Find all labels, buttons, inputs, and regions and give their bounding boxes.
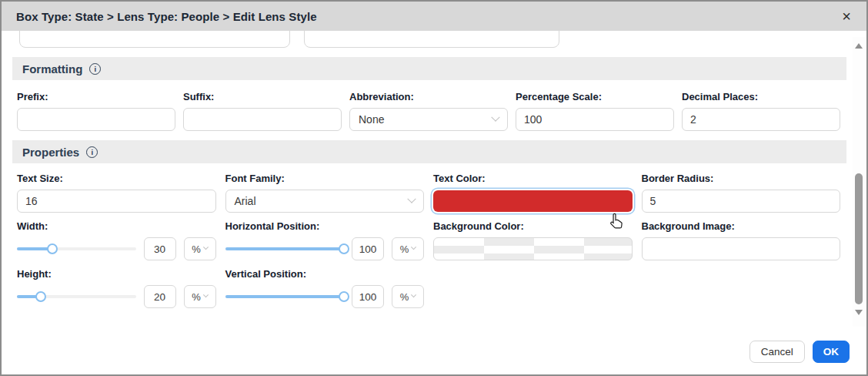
width-unit-select[interactable]: % xyxy=(184,237,216,260)
dialog-footer: Cancel OK xyxy=(749,341,850,363)
decimal-places-field: Decimal Places: xyxy=(682,91,840,131)
horizontal-position-unit-select[interactable]: % xyxy=(392,237,424,260)
height-slider-handle[interactable] xyxy=(35,291,46,302)
properties-row-3: Height: % Vertical Position: xyxy=(17,268,840,308)
width-value-input[interactable] xyxy=(144,237,176,260)
background-color-field: Background Color: xyxy=(433,220,633,260)
chevron-down-icon xyxy=(491,113,499,122)
chevron-down-icon xyxy=(407,195,416,203)
scroll-down-icon[interactable] xyxy=(855,310,863,315)
suffix-field: Suffix: xyxy=(183,91,342,131)
border-radius-input[interactable] xyxy=(642,190,841,213)
horizontal-position-slider[interactable] xyxy=(225,247,345,250)
prefix-field: Prefix: xyxy=(17,91,175,131)
width-slider[interactable] xyxy=(17,247,136,250)
properties-section-header: Properties i xyxy=(12,140,846,163)
text-size-input[interactable] xyxy=(17,190,216,213)
vertical-position-unit-select[interactable]: % xyxy=(392,285,424,308)
ok-button[interactable]: OK xyxy=(813,341,850,363)
width-field: Width: % xyxy=(17,220,216,260)
background-image-input[interactable] xyxy=(642,237,841,260)
percentage-scale-field: Percentage Scale: xyxy=(516,91,674,131)
scrollbar-thumb[interactable] xyxy=(855,173,863,304)
formatting-section-title: Formatting xyxy=(22,62,82,76)
font-family-select[interactable]: Arial xyxy=(225,190,425,213)
chevron-down-icon xyxy=(203,244,209,250)
info-icon[interactable]: i xyxy=(89,63,101,75)
clipped-input-right[interactable] xyxy=(304,31,559,48)
percentage-scale-label: Percentage Scale: xyxy=(516,91,674,102)
text-size-label: Text Size: xyxy=(17,173,216,184)
horizontal-position-slider-handle[interactable] xyxy=(339,243,349,254)
clipped-input-left[interactable] xyxy=(19,31,290,48)
vertical-position-value-input[interactable] xyxy=(352,285,384,308)
properties-row-2: Width: % Horizontal Position: xyxy=(17,220,840,260)
background-color-label: Background Color: xyxy=(433,220,633,232)
abbreviation-field: Abbreviation: None xyxy=(349,91,508,131)
formatting-section-header: Formatting i xyxy=(12,57,846,80)
dialog-titlebar: Box Type: State > Lens Type: People > Ed… xyxy=(2,2,866,31)
border-radius-field: Border Radius: xyxy=(642,173,841,213)
horizontal-position-value-input[interactable] xyxy=(352,237,384,260)
cancel-button[interactable]: Cancel xyxy=(749,341,805,363)
suffix-label: Suffix: xyxy=(183,91,342,102)
font-family-value: Arial xyxy=(235,195,256,207)
horizontal-position-unit-value: % xyxy=(400,243,409,255)
abbreviation-select[interactable]: None xyxy=(349,108,508,131)
dialog-title: Box Type: State > Lens Type: People > Ed… xyxy=(16,10,317,23)
scroll-up-icon[interactable] xyxy=(855,43,863,49)
chevron-down-icon xyxy=(203,292,209,297)
vertical-position-unit-value: % xyxy=(400,291,409,303)
percentage-scale-input[interactable] xyxy=(516,108,674,131)
text-color-swatch[interactable] xyxy=(433,190,633,212)
border-radius-label: Border Radius: xyxy=(642,173,841,184)
decimal-places-input[interactable] xyxy=(682,108,840,131)
vertical-position-slider[interactable] xyxy=(225,295,345,298)
suffix-input[interactable] xyxy=(183,108,342,131)
background-color-swatch[interactable] xyxy=(433,237,633,260)
horizontal-position-label: Horizontal Position: xyxy=(225,220,425,232)
height-field: Height: % xyxy=(17,268,216,308)
prefix-label: Prefix: xyxy=(17,91,175,102)
height-unit-select[interactable]: % xyxy=(184,285,216,308)
width-slider-handle[interactable] xyxy=(47,243,58,254)
height-value-input[interactable] xyxy=(144,285,176,308)
dialog-content: Formatting i Prefix: Suffix: Abbreviatio… xyxy=(2,31,866,374)
vertical-position-slider-handle[interactable] xyxy=(339,291,349,302)
properties-section-title: Properties xyxy=(22,146,79,159)
abbreviation-label: Abbreviation: xyxy=(349,91,508,102)
prefix-input[interactable] xyxy=(17,108,175,131)
close-icon[interactable]: × xyxy=(839,8,854,24)
font-family-label: Font Family: xyxy=(225,173,425,184)
horizontal-position-field: Horizontal Position: % xyxy=(225,220,425,260)
height-label: Height: xyxy=(17,268,216,280)
height-unit-value: % xyxy=(192,291,201,303)
chevron-down-icon xyxy=(411,244,416,250)
background-image-label: Background Image: xyxy=(642,220,841,232)
background-image-field: Background Image: xyxy=(642,220,841,260)
text-size-field: Text Size: xyxy=(17,173,216,213)
text-color-field: Text Color: xyxy=(433,173,633,213)
abbreviation-value: None xyxy=(359,113,384,126)
edit-lens-style-dialog: Box Type: State > Lens Type: People > Ed… xyxy=(0,0,868,376)
vertical-position-label: Vertical Position: xyxy=(225,268,425,280)
cursor-icon xyxy=(609,211,626,231)
height-slider[interactable] xyxy=(17,295,136,298)
info-icon[interactable]: i xyxy=(86,146,98,158)
properties-row-1: Text Size: Font Family: Arial Text Color… xyxy=(17,173,840,213)
vertical-scrollbar[interactable] xyxy=(853,37,865,327)
text-color-label: Text Color: xyxy=(433,173,633,184)
width-unit-value: % xyxy=(192,243,201,255)
chevron-down-icon xyxy=(411,292,416,297)
vertical-position-field: Vertical Position: % xyxy=(225,268,425,308)
decimal-places-label: Decimal Places: xyxy=(682,91,840,102)
width-label: Width: xyxy=(17,220,216,232)
formatting-fields-row: Prefix: Suffix: Abbreviation: None Perce… xyxy=(17,91,840,131)
font-family-field: Font Family: Arial xyxy=(225,173,425,213)
